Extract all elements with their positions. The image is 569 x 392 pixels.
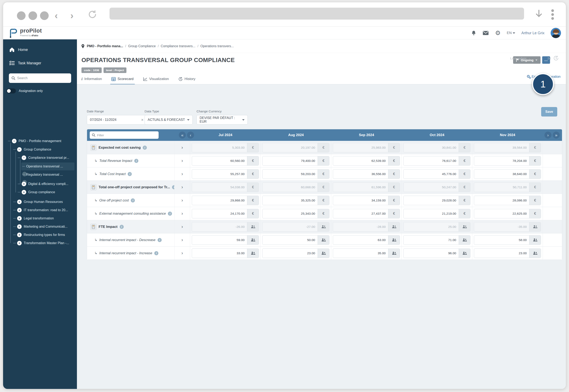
value-input[interactable] [474,169,529,179]
expand-row-button[interactable]: › [174,233,190,246]
value-input[interactable] [263,236,318,245]
info-icon[interactable]: i [154,251,158,255]
sidebar-tree-item[interactable]: +Marketing and Communicati... [13,223,68,230]
breadcrumb-item[interactable]: PMO - Portfolio mana... [87,44,123,48]
value-input[interactable] [403,249,459,258]
info-icon[interactable]: i [168,211,172,216]
column-header[interactable]: Jul 2024 [190,133,261,137]
search-input[interactable] [17,76,69,80]
value-input[interactable] [263,209,318,218]
info-icon[interactable]: i [143,146,147,150]
expand-row-button[interactable]: › [174,207,190,220]
info-icon[interactable]: i [158,238,162,242]
page-first-button[interactable]: « [179,132,186,139]
value-input[interactable] [192,169,247,179]
value-input[interactable] [403,196,459,205]
expand-row-button[interactable]: › [174,141,190,154]
expand-icon[interactable]: + [17,233,22,237]
sidebar-tree-item[interactable]: +Group Human Ressources [13,198,63,206]
value-input[interactable] [263,169,318,179]
sidebar-tree-item[interactable]: +Legal transformation [13,215,54,222]
value-input[interactable] [192,156,247,165]
window-control-dot[interactable] [17,11,26,20]
expand-row-button[interactable]: › [174,220,190,233]
avatar[interactable] [551,28,561,38]
language-selector[interactable]: EN [507,31,515,35]
refresh-icon[interactable] [88,10,97,19]
value-input[interactable] [474,196,529,205]
window-control-dot[interactable] [40,11,49,20]
column-header[interactable]: Oct 2024 [402,133,472,137]
update-history-icon[interactable] [553,56,559,61]
expand-icon[interactable]: + [17,208,22,212]
column-header[interactable]: Sep 2024 [331,133,402,137]
info-icon[interactable]: i [131,198,135,202]
breadcrumb-item[interactable]: Group Compliance [128,44,155,48]
sidebar-item-home[interactable]: Home [3,45,77,54]
breadcrumb-item[interactable]: Operations transvers... [200,44,234,48]
value-input[interactable] [474,236,529,245]
expand-row-button[interactable]: › [174,247,190,260]
value-input[interactable] [192,236,247,245]
value-input[interactable] [333,209,388,218]
value-input[interactable] [192,196,247,205]
value-input[interactable] [474,156,529,165]
breadcrumb-item[interactable]: Compliance transvers... [161,44,195,48]
page-last-button[interactable]: » [553,132,560,139]
download-icon[interactable] [534,8,544,19]
data-type-select[interactable]: ACTUALS & FORECAST [145,115,193,125]
sidebar-tree-item[interactable]: Regulatory transversal ... [22,171,63,178]
info-icon[interactable]: i [120,225,124,229]
save-button[interactable]: Save [541,107,557,116]
date-range-field[interactable]: 07/2024 - 11/2024 × [87,115,147,125]
currency-select[interactable]: DEVISE PAR DÉFAUT : EUR [196,115,248,125]
notifications-bell-icon[interactable] [471,30,476,36]
tab-visualization[interactable]: Visualization [143,76,169,84]
sidebar-tree-item-selected[interactable]: Operations transversal ... [22,163,63,170]
messages-envelope-icon[interactable] [483,30,489,35]
value-input[interactable] [333,169,388,179]
browser-menu-icon[interactable] [551,9,554,20]
value-input[interactable] [403,169,459,179]
expand-icon[interactable]: + [17,241,22,245]
back-icon[interactable]: ‹ [55,10,58,21]
value-input[interactable] [333,236,388,245]
sidebar-item-task-manager[interactable]: Task Manager [3,58,77,68]
sidebar-tree-item[interactable]: +Restructuring types for firms [13,231,65,238]
value-input[interactable] [263,196,318,205]
forward-icon[interactable]: › [70,10,73,21]
tab-scorecard[interactable]: Scorecard [111,76,133,84]
expand-icon[interactable]: + [17,224,22,229]
filter-input[interactable] [97,133,156,137]
column-header[interactable]: Aug 2024 [261,133,331,137]
page-prev-button[interactable]: ‹ [187,132,194,139]
expand-icon[interactable]: + [17,200,22,204]
propilot-logo[interactable]: proPilot Powered by dFakto [8,28,42,38]
sidebar-tree-item[interactable]: +Transformation Master Plan -... [13,239,69,247]
sidebar-tree-item[interactable]: −PMO - Portfolio management [8,137,61,145]
info-icon[interactable]: i [128,172,132,176]
info-icon[interactable]: i [134,159,139,163]
clear-date-icon[interactable]: × [141,118,143,122]
sidebar-tree-item[interactable]: −Group Compliance [13,146,51,153]
expand-icon[interactable]: + [22,190,26,195]
table-filter[interactable] [90,131,159,139]
expand-row-button[interactable]: › [174,194,190,207]
value-input[interactable] [403,236,459,245]
sidebar-search[interactable] [9,73,71,83]
sidebar-tree-item[interactable]: −Compliance transversal pr... [18,154,69,161]
value-input[interactable] [403,209,459,218]
page-next-button[interactable]: › [544,132,552,139]
expand-icon[interactable]: + [17,216,22,221]
collapse-icon[interactable]: − [17,147,22,152]
address-bar[interactable] [110,8,524,20]
expand-row-button[interactable]: › [174,168,190,181]
value-input[interactable] [474,209,529,218]
column-header[interactable]: Nov 2024 [472,133,543,137]
value-input[interactable] [333,249,388,258]
collapse-icon[interactable]: − [12,139,16,143]
value-input[interactable] [474,249,529,258]
value-input[interactable] [263,249,318,258]
sidebar-tree-item[interactable]: +IT transformation: road to 20... [13,206,68,214]
sidebar-tree-item[interactable]: +Group compliance [18,188,55,196]
